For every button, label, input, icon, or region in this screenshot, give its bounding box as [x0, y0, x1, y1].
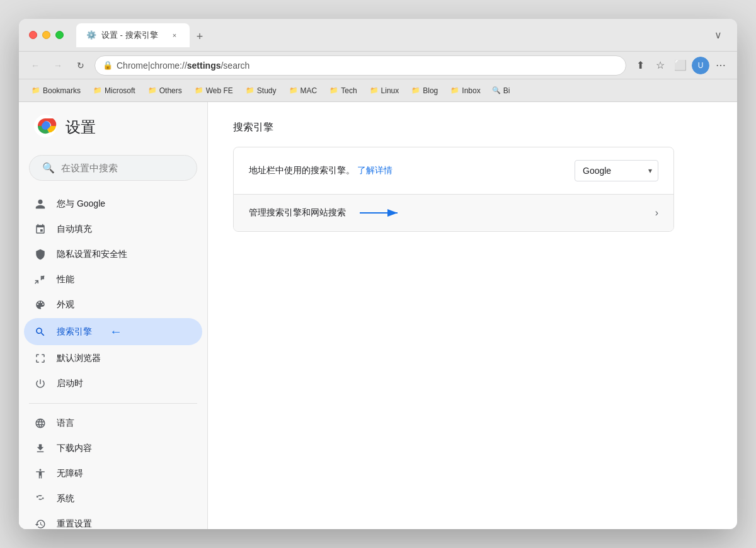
- bookmark-tech[interactable]: 📁 Tech: [324, 84, 362, 98]
- accessibility-icon: [34, 468, 47, 479]
- bookmark-button[interactable]: ☆: [651, 57, 669, 74]
- bookmark-bookmarks[interactable]: 📁 Bookmarks: [26, 84, 86, 98]
- bookmark-label: Microsoft: [105, 86, 135, 95]
- manage-label: 管理搜索引擎和网站搜索: [249, 207, 346, 219]
- bookmark-folder-icon: 📁: [289, 86, 298, 94]
- bookmark-folder-icon: 📁: [246, 86, 255, 94]
- bookmark-label: Study: [257, 86, 277, 95]
- search-engine-arrow: ←: [110, 324, 122, 339]
- bookmark-label: Linux: [381, 86, 399, 95]
- tab-close-button[interactable]: ×: [169, 30, 180, 40]
- address-bar-search-row: 地址栏中使用的搜索引擎。 了解详情 Google Bing 百度 DuckDuc…: [234, 147, 673, 195]
- svg-point-2: [42, 122, 49, 130]
- bookmark-study[interactable]: 📁 Study: [241, 84, 282, 98]
- search-engine-dropdown-wrapper: Google Bing 百度 DuckDuckGo: [575, 160, 658, 181]
- appearance-icon: [34, 299, 47, 311]
- bookmark-inbox[interactable]: 📁 Inbox: [445, 84, 485, 98]
- sidebar-item-label: 系统: [57, 493, 74, 505]
- sidebar-item-appearance[interactable]: 外观: [24, 293, 202, 317]
- close-button[interactable]: [29, 31, 37, 39]
- bookmark-others[interactable]: 📁 Others: [143, 84, 187, 98]
- minimize-button[interactable]: [42, 31, 50, 39]
- address-scheme: chrome://: [150, 60, 186, 71]
- search-engine-card: 地址栏中使用的搜索引擎。 了解详情 Google Bing 百度 DuckDuc…: [233, 147, 674, 232]
- address-bar-label: 地址栏中使用的搜索引擎。 了解详情: [249, 165, 564, 176]
- settings-search-input[interactable]: [61, 163, 184, 173]
- sidebar-item-search-engine[interactable]: 搜索引擎 ←: [24, 318, 202, 345]
- bookmark-blog[interactable]: 📁 Blog: [406, 84, 443, 98]
- chrome-logo: [34, 115, 57, 140]
- title-bar: ⚙️ 设置 - 搜索引擎 × + ∨: [19, 19, 737, 52]
- bookmark-label: Web FE: [206, 86, 233, 95]
- manage-search-engines-row[interactable]: 管理搜索引擎和网站搜索 ›: [234, 195, 673, 231]
- sidebar-item-default-browser[interactable]: 默认浏览器: [24, 346, 202, 370]
- sidebar-item-system[interactable]: 系统: [24, 487, 202, 511]
- sidebar-item-downloads[interactable]: 下载内容: [24, 437, 202, 460]
- manage-label-area: 管理搜索引擎和网站搜索: [249, 207, 645, 219]
- autofill-icon: [34, 224, 47, 235]
- person-icon: [34, 198, 47, 210]
- sidebar-item-label: 无障碍: [57, 468, 83, 479]
- address-text: Chrome | chrome://settings/search: [117, 60, 249, 71]
- back-button[interactable]: ←: [26, 57, 44, 74]
- bookmark-linux[interactable]: 📁 Linux: [365, 84, 404, 98]
- maximize-button[interactable]: [55, 31, 64, 39]
- sidebar-item-label: 默认浏览器: [57, 353, 101, 364]
- sidebar-item-startup[interactable]: 启动时: [24, 372, 202, 396]
- bookmark-folder-icon: 📁: [329, 86, 338, 94]
- bookmark-folder-icon: 📁: [411, 86, 420, 94]
- sidebar-item-label: 隐私设置和安全性: [57, 249, 127, 260]
- sidebar-item-you-google[interactable]: 您与 Google: [24, 192, 202, 216]
- main-content: 设置 🔍 您与 Google: [19, 102, 737, 529]
- bookmark-mac[interactable]: 📁 MAC: [284, 84, 323, 98]
- bookmark-search-icon: 🔍: [492, 86, 501, 94]
- language-icon: [34, 418, 47, 429]
- sidebar-item-label: 语言: [57, 418, 74, 429]
- bookmark-folder-icon: 📁: [450, 86, 459, 94]
- bookmark-bi[interactable]: 🔍 Bi: [488, 84, 514, 98]
- sidebar-item-performance[interactable]: 性能: [24, 268, 202, 292]
- sidebar-item-label: 下载内容: [57, 443, 92, 454]
- sidebar-header: 设置: [19, 115, 207, 155]
- search-engine-dropdown[interactable]: Google Bing 百度 DuckDuckGo: [575, 160, 658, 181]
- download-icon: [34, 443, 47, 454]
- bookmark-microsoft[interactable]: 📁 Microsoft: [88, 84, 140, 98]
- reload-button[interactable]: ↻: [72, 57, 89, 74]
- new-tab-button[interactable]: +: [190, 27, 210, 47]
- sidebar-item-accessibility[interactable]: 无障碍: [24, 462, 202, 486]
- search-engine-icon: [34, 326, 47, 338]
- tab-expand-button[interactable]: ∨: [709, 26, 727, 43]
- more-button[interactable]: ⋯: [712, 57, 730, 74]
- sidebar-item-language[interactable]: 语言: [24, 411, 202, 435]
- sidebar-item-privacy[interactable]: 隐私设置和安全性: [24, 243, 202, 266]
- sidebar-item-label: 自动填充: [57, 224, 92, 235]
- bookmark-label: Tech: [341, 86, 357, 95]
- search-icon: 🔍: [42, 162, 55, 174]
- system-icon: [34, 493, 47, 505]
- address-bar[interactable]: 🔒 Chrome | chrome://settings/search: [94, 55, 626, 76]
- bookmark-folder-icon: 📁: [195, 86, 203, 94]
- sidebar-item-label: 重置设置: [57, 518, 92, 529]
- active-tab[interactable]: ⚙️ 设置 - 搜索引擎 ×: [76, 23, 190, 47]
- sidebar-item-label: 启动时: [57, 378, 83, 389]
- bookmark-folder-icon: 📁: [32, 86, 40, 94]
- forward-button[interactable]: →: [49, 57, 67, 74]
- page-title: 搜索引擎: [233, 121, 712, 134]
- sidebar-toggle[interactable]: ⬜: [672, 57, 689, 74]
- sidebar: 设置 🔍 您与 Google: [19, 102, 208, 529]
- bookmark-folder-icon: 📁: [370, 86, 379, 94]
- traffic-lights: [29, 31, 64, 39]
- sidebar-item-label: 性能: [57, 274, 74, 285]
- sidebar-item-reset[interactable]: 重置设置: [24, 512, 202, 529]
- tabs-area: ⚙️ 设置 - 搜索引擎 × +: [76, 23, 702, 47]
- bookmark-webfe[interactable]: 📁 Web FE: [190, 84, 238, 98]
- settings-search-bar[interactable]: 🔍: [29, 155, 197, 181]
- browser-icon: [34, 353, 47, 364]
- profile-button[interactable]: U: [692, 57, 709, 74]
- bookmark-label: Inbox: [462, 86, 480, 95]
- share-button[interactable]: ⬆: [631, 57, 649, 74]
- address-domain: Chrome: [117, 60, 148, 71]
- sidebar-item-autofill[interactable]: 自动填充: [24, 217, 202, 241]
- sidebar-nav-primary: 您与 Google 自动填充 隐私设置和安全性: [19, 192, 207, 396]
- learn-more-link[interactable]: 了解详情: [357, 165, 392, 175]
